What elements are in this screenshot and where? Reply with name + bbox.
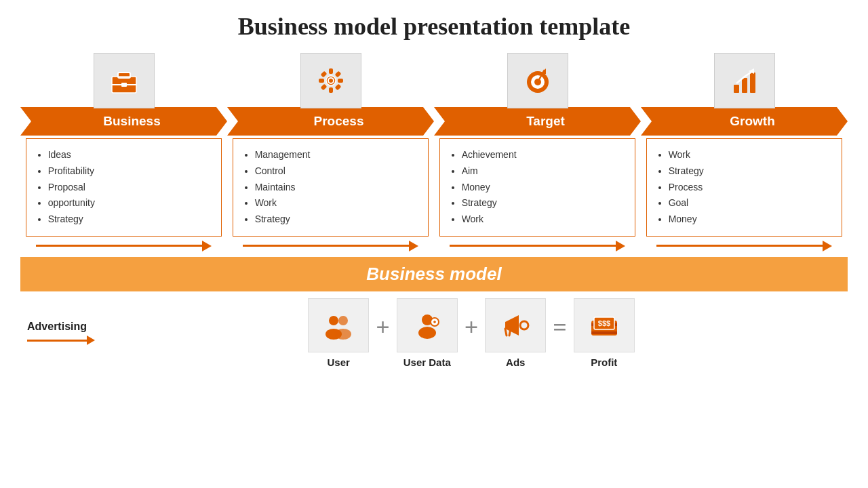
adv-arrow-line <box>27 340 87 342</box>
ads-label: Ads <box>506 357 525 368</box>
arrow-line <box>36 245 202 247</box>
bottom-icon-ads: Ads <box>485 298 546 368</box>
plus-operator-1: + <box>376 313 390 342</box>
banner-text: Business model <box>366 264 501 284</box>
arrow-line <box>450 245 616 247</box>
growth-arrow: Growth <box>641 107 848 136</box>
list-item: Strategy <box>669 163 833 180</box>
process-icon-box <box>300 53 361 108</box>
target-icon-box <box>507 53 568 108</box>
arrow-head <box>823 241 832 251</box>
list-item: Management <box>255 147 419 163</box>
arrow-line <box>656 245 823 247</box>
arrow-head <box>202 241 212 251</box>
svg-rect-14 <box>334 84 341 91</box>
list-item: Money <box>462 180 626 196</box>
chart-icon <box>728 64 761 97</box>
list-item: Money <box>669 211 833 228</box>
profit-icon-box: $$$ <box>574 298 635 352</box>
svg-rect-21 <box>734 85 739 93</box>
page: Business model presentation template Bus… <box>0 0 868 488</box>
arrow-head <box>409 241 418 251</box>
list-item: Work <box>255 195 419 211</box>
column-growth: Growth Work Strategy Process Goal Money <box>641 53 848 251</box>
target-arrow: Target <box>434 107 641 136</box>
svg-rect-8 <box>329 87 333 93</box>
plus-operator-2: + <box>465 313 479 342</box>
profit-label: Profit <box>591 357 617 368</box>
list-item: Ideas <box>48 147 212 163</box>
list-item: Profitability <box>48 163 212 180</box>
list-item: Proposal <box>48 180 212 196</box>
process-list-box: Management Control Maintains Work Strate… <box>233 138 429 237</box>
process-arrow-label: Process <box>227 107 434 136</box>
list-item: Strategy <box>48 211 212 228</box>
list-item: Work <box>462 211 626 228</box>
list-item: Strategy <box>462 195 626 211</box>
svg-rect-34 <box>505 322 511 329</box>
growth-list-box: Work Strategy Process Goal Money <box>646 138 843 237</box>
svg-rect-13 <box>320 84 327 91</box>
list-item: Work <box>669 147 833 163</box>
svg-rect-10 <box>338 79 343 83</box>
money-icon: $$$ <box>587 308 621 342</box>
users-icon <box>321 308 355 342</box>
svg-rect-22 <box>742 78 747 93</box>
business-model-banner: Business model <box>20 257 848 291</box>
list-item: opportunity <box>48 195 212 211</box>
svg-rect-9 <box>319 79 324 83</box>
user-icon-box <box>308 298 369 352</box>
business-icon-box <box>94 53 155 108</box>
business-label: Business <box>103 114 160 129</box>
svg-rect-4 <box>121 83 127 87</box>
bottom-section: Advertising User + <box>20 298 848 368</box>
arrow-head <box>616 241 625 251</box>
business-bottom-arrow <box>36 241 212 251</box>
column-process: Process Management Control Maintains Wor… <box>227 53 434 251</box>
list-item: Control <box>255 163 419 180</box>
business-list-box: Ideas Profitability Proposal opportunity… <box>26 138 222 237</box>
equals-operator: = <box>553 313 567 342</box>
userdata-label: User Data <box>403 357 451 368</box>
target-bottom-arrow <box>450 241 625 251</box>
svg-point-30 <box>418 327 436 339</box>
gear-icon <box>315 64 347 97</box>
svg-point-35 <box>520 321 528 329</box>
target-icon <box>521 64 554 97</box>
arrow-line <box>243 245 409 247</box>
user-label: User <box>328 357 350 368</box>
process-bottom-arrow <box>243 241 418 251</box>
business-list: Ideas Profitability Proposal opportunity… <box>39 147 212 228</box>
list-item: Process <box>669 180 833 196</box>
list-item: Achievement <box>462 147 626 163</box>
bottom-icon-userdata: User Data <box>397 298 458 368</box>
icons-row: User + User Data + <box>102 298 841 368</box>
svg-line-37 <box>509 329 511 336</box>
growth-icon-box <box>714 53 775 108</box>
list-item: Aim <box>462 163 626 180</box>
list-item: Strategy <box>255 211 419 228</box>
ads-icon-box <box>485 298 546 352</box>
svg-point-28 <box>335 329 351 340</box>
svg-point-16 <box>329 79 333 83</box>
svg-rect-40 <box>591 331 617 334</box>
list-item: Maintains <box>255 180 419 196</box>
advertising-text: Advertising <box>27 321 87 333</box>
svg-rect-7 <box>329 68 333 74</box>
svg-rect-1 <box>118 73 130 78</box>
growth-label: Growth <box>730 114 775 129</box>
target-list: Achievement Aim Money Strategy Work <box>452 147 626 228</box>
target-list-box: Achievement Aim Money Strategy Work <box>439 138 636 237</box>
process-label: Process <box>314 114 364 129</box>
main-title: Business model presentation template <box>238 12 630 41</box>
userdata-icon-box <box>397 298 458 352</box>
target-label: Target <box>526 114 565 129</box>
target-arrow-label: Target <box>434 107 641 136</box>
svg-rect-12 <box>334 71 341 78</box>
svg-line-36 <box>505 329 507 336</box>
svg-rect-23 <box>750 73 755 93</box>
growth-list: Work Strategy Process Goal Money <box>659 147 833 228</box>
column-target: Target Achievement Aim Money Strategy Wo… <box>434 53 641 251</box>
bottom-icon-profit: $$$ Profit <box>574 298 635 368</box>
business-arrow: Business <box>20 107 227 136</box>
